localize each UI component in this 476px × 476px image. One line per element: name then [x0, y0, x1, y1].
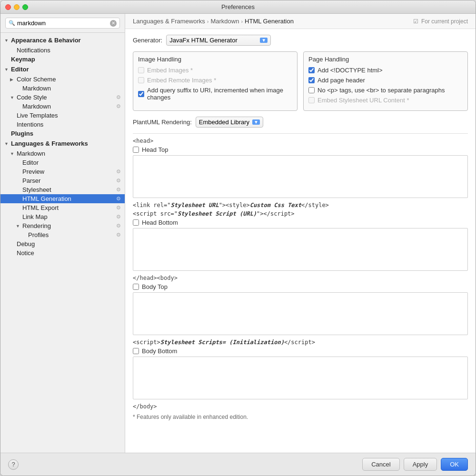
cancel-button[interactable]: Cancel	[362, 458, 399, 471]
footer: ? Cancel Apply OK	[0, 453, 476, 476]
embed-stylesheet-checkbox[interactable]	[308, 97, 315, 103]
add-query-suffix-row: Add query suffix to URI, incremented whe…	[138, 87, 292, 101]
add-page-header-checkbox[interactable]	[308, 77, 315, 83]
arrow-icon: ▼	[10, 151, 16, 156]
no-p-tags-checkbox[interactable]	[308, 87, 315, 93]
generator-row: Generator: JavaFx HTML Generator ▼	[133, 35, 468, 46]
sidebar-item-languages[interactable]: ▼ Languages & Frameworks	[0, 138, 125, 149]
arrow-icon: ▼	[16, 224, 21, 228]
add-page-header-label: Add page header	[317, 77, 365, 84]
add-doctype-row: Add <!DOCTYPE html>	[308, 67, 463, 74]
sidebar-item-profiles[interactable]: Profiles ⚙	[0, 230, 125, 239]
sidebar-item-markdown-preview[interactable]: Preview ⚙	[0, 167, 125, 176]
sidebar-item-markdown-parser[interactable]: Parser ⚙	[0, 176, 125, 185]
config-icon: ⚙	[116, 169, 121, 175]
arrow-spacer	[16, 206, 21, 210]
body-bottom-checkbox[interactable]	[133, 348, 139, 354]
search-clear-button[interactable]: ✕	[110, 20, 117, 27]
config-icon: ⚙	[116, 205, 121, 211]
apply-button[interactable]: Apply	[404, 458, 437, 471]
search-input[interactable]	[17, 20, 108, 27]
arrow-icon: ▼	[4, 38, 10, 43]
arrow-icon: ▼	[4, 141, 10, 146]
sidebar-item-markdown-stylesheet[interactable]: Stylesheet ⚙	[0, 185, 125, 194]
sidebar-item-editor[interactable]: ▼ Editor	[0, 64, 125, 75]
arrow-spacer	[16, 215, 21, 219]
embed-remote-images-label: Embed Remote Images *	[147, 77, 216, 84]
close-button[interactable]	[5, 4, 11, 10]
sidebar-item-live-templates[interactable]: Live Templates	[0, 111, 125, 120]
arrow-spacer	[10, 113, 16, 118]
search-wrapper[interactable]: 🔍 ✕	[5, 18, 120, 29]
sidebar-item-rendering[interactable]: ▼ Rendering ⚙	[0, 221, 125, 230]
head-top-row: Head Top	[133, 146, 468, 153]
arrow-spacer	[16, 197, 21, 201]
sidebar-item-debug[interactable]: Debug	[0, 239, 125, 248]
sidebar-item-appearance[interactable]: ▼ Appearance & Behavior	[0, 35, 125, 46]
config-icon: ⚙	[116, 196, 121, 202]
image-handling-title: Image Handling	[138, 56, 292, 63]
arrow-spacer	[4, 57, 10, 62]
body-top-label: Body Top	[142, 283, 168, 290]
footer-buttons: Cancel Apply OK	[362, 458, 468, 471]
ok-button[interactable]: OK	[441, 458, 468, 471]
sidebar-item-label: Live Templates	[17, 112, 121, 119]
sidebar-item-code-style-markdown[interactable]: Markdown ⚙	[0, 102, 125, 111]
generator-select[interactable]: JavaFx HTML Generator ▼	[166, 35, 271, 46]
sidebar-item-plugins[interactable]: Plugins	[0, 129, 125, 138]
plantuml-select[interactable]: Embedded Library ▼	[196, 117, 263, 128]
sidebar-item-notice[interactable]: Notice	[0, 248, 125, 258]
add-query-suffix-checkbox[interactable]	[138, 91, 144, 97]
arrow-spacer	[16, 104, 21, 109]
sidebar-item-html-generation[interactable]: HTML Generation ⚙	[0, 194, 125, 203]
checkbox-icon: ☑	[413, 18, 418, 25]
breadcrumb-part-2: Markdown	[210, 18, 239, 25]
sidebar-item-intentions[interactable]: Intentions	[0, 120, 125, 129]
main-layout: 🔍 ✕ ▼ Appearance & Behavior Notification…	[0, 14, 476, 453]
head-top-checkbox[interactable]	[133, 147, 139, 153]
embed-remote-images-checkbox[interactable]	[138, 77, 144, 83]
sidebar-item-html-export[interactable]: HTML Export ⚙	[0, 203, 125, 212]
project-link[interactable]: ☑ For current project	[413, 18, 468, 25]
arrow-spacer	[16, 178, 21, 183]
plantuml-dropdown-arrow-icon: ▼	[252, 119, 260, 125]
title-bar: Preferences	[0, 0, 476, 14]
head-close-body-tag: </head><body>	[133, 275, 468, 281]
breadcrumb-part-1: Languages & Frameworks	[133, 18, 205, 25]
traffic-lights	[5, 4, 28, 10]
head-top-textarea[interactable]	[133, 155, 468, 198]
sidebar-item-label: Keymap	[11, 56, 121, 63]
head-bottom-checkbox[interactable]	[133, 219, 139, 226]
script-line: <script>Stylesheet Scripts= (Initializat…	[133, 339, 468, 346]
sidebar-item-link-map[interactable]: Link Map ⚙	[0, 212, 125, 221]
sidebar-item-label: Link Map	[22, 213, 116, 220]
breadcrumb: Languages & Frameworks › Markdown › HTML…	[125, 14, 476, 29]
embed-stylesheet-label: Embed Stylesheet URL Content *	[317, 97, 409, 104]
sidebar-item-label: Notice	[17, 249, 121, 257]
sidebar-item-notifications[interactable]: Notifications	[0, 46, 125, 55]
arrow-spacer	[21, 233, 27, 238]
sidebar-item-keymap[interactable]: Keymap	[0, 55, 125, 64]
sidebar-item-markdown[interactable]: ▼ Markdown	[0, 149, 125, 158]
minimize-button[interactable]	[14, 4, 20, 10]
help-button[interactable]: ?	[8, 459, 19, 470]
help-icon: ?	[11, 461, 15, 468]
body-top-textarea[interactable]	[133, 292, 468, 335]
maximize-button[interactable]	[22, 4, 28, 10]
body-bottom-textarea[interactable]	[133, 357, 468, 399]
sidebar-item-label: Debug	[17, 240, 121, 248]
sidebar-item-markdown-editor[interactable]: Editor	[0, 158, 125, 167]
no-p-tags-row: No <p> tags, use <br> to separate paragr…	[308, 87, 463, 94]
arrow-icon: ▶	[10, 77, 16, 82]
body-close-tag: </body>	[133, 403, 468, 410]
sidebar-item-label: Markdown	[17, 150, 121, 157]
sidebar-item-code-style[interactable]: ▼ Code Style ⚙	[0, 93, 125, 102]
add-doctype-checkbox[interactable]	[308, 67, 315, 73]
sidebar-item-color-scheme-markdown[interactable]: Markdown	[0, 84, 125, 93]
body-top-checkbox[interactable]	[133, 284, 139, 290]
embed-images-checkbox[interactable]	[138, 67, 144, 73]
arrow-icon: ▼	[10, 95, 16, 100]
sidebar-item-color-scheme[interactable]: ▶ Color Scheme	[0, 75, 125, 84]
head-bottom-textarea[interactable]	[133, 228, 468, 271]
head-bottom-label: Head Bottom	[142, 219, 178, 226]
